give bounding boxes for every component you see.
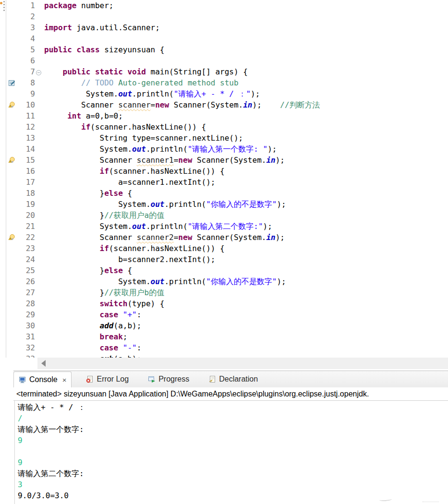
tab-declaration[interactable]: Declaration — [204, 371, 263, 387]
warning-bulb-icon[interactable] — [6, 99, 17, 110]
line-number: 1 — [17, 1, 35, 10]
gutter-spacer — [6, 353, 17, 358]
close-icon[interactable]: × — [62, 376, 67, 384]
tab-progress[interactable]: Progress — [143, 371, 194, 387]
code-line[interactable]: 14 System.out.println("请输入第一个数字: "); — [6, 144, 448, 155]
line-number: 4 — [17, 34, 35, 43]
code-line[interactable]: 23 if(scanner.hasNextLine()) { — [6, 243, 448, 254]
code-line[interactable]: 8 // TODO Auto-generated method stub — [6, 77, 448, 88]
line-number: 3 — [17, 23, 35, 32]
gutter-spacer — [6, 55, 17, 66]
console-output-area[interactable]: 请输入+ - * / ：/请输入第一个数字: 99请输入第二个数字: 39.0/… — [0, 401, 448, 504]
gutter-spacer — [6, 254, 17, 265]
line-number: 32 — [17, 343, 35, 352]
gutter-spacer — [6, 243, 17, 254]
code-line[interactable]: 28 switch(type) { — [6, 298, 448, 309]
gutter-spacer — [6, 298, 17, 309]
tab-label: Progress — [158, 375, 189, 384]
tab-console[interactable]: Console × — [13, 372, 72, 387]
code-line[interactable]: 7− public static void main(String[] args… — [6, 66, 448, 77]
line-number: 31 — [17, 332, 35, 341]
code-line[interactable]: 19 System.out.println("你输入的不是数字"); — [6, 199, 448, 210]
code-line[interactable]: 30 add(a,b); — [6, 320, 448, 331]
orange-dot — [0, 2, 2, 4]
gutter-spacer — [6, 144, 17, 155]
code-line[interactable]: 21 System.out.println("请输入第二个数字:"); — [6, 221, 448, 232]
code-line[interactable]: 22 Scanner scanner2=new Scanner(System.i… — [6, 232, 448, 243]
code-line[interactable]: 11 int a=0,b=0; — [6, 110, 448, 121]
code-line[interactable]: 17 a=scanner1.nextInt(); — [6, 177, 448, 188]
code-line[interactable]: 32 case "-": — [6, 342, 448, 353]
line-number: 25 — [17, 266, 35, 275]
line-number: 12 — [17, 122, 35, 132]
code-text: sub(a,b); — [42, 353, 141, 358]
java-editor[interactable]: 1package number;23import java.util.Scann… — [6, 0, 448, 358]
code-text: case "+": — [42, 309, 141, 320]
code-text: System.out.println("你输入的不是数字"); — [42, 276, 286, 287]
eclipse-window: 1package number;23import java.util.Scann… — [0, 0, 448, 504]
gutter-spacer — [6, 276, 17, 287]
code-text: Scanner scanner2=new Scanner(System.in); — [42, 232, 285, 243]
code-line[interactable]: 31 break; — [6, 331, 448, 342]
line-number: 5 — [17, 45, 35, 54]
code-line[interactable]: 4 — [6, 33, 448, 44]
code-line[interactable]: 29 case "+": — [6, 309, 448, 320]
tab-error-log[interactable]: Error Log — [81, 371, 133, 387]
line-number: 7 — [17, 67, 35, 76]
code-line[interactable]: 6 — [6, 55, 448, 66]
code-line[interactable]: 16 if(scanner.hasNextLine()) { — [6, 166, 448, 177]
code-text: if(scanner.hasNextLine()) { — [42, 243, 225, 254]
progress-icon — [148, 375, 156, 383]
code-line[interactable]: 15 Scanner scanner1=new Scanner(System.i… — [6, 155, 448, 166]
gutter-spacer — [6, 188, 17, 199]
code-line[interactable]: 9 System.out.println("请输入+ - * / ："); — [6, 88, 448, 99]
scroll-left-icon[interactable] — [41, 360, 46, 367]
code-text: System.out.println("请输入+ - * / ："); — [42, 88, 260, 99]
console-output-line: 请输入第二个数字: — [18, 468, 448, 479]
code-line[interactable]: 10 Scanner scanner=new Scanner(System.in… — [6, 99, 448, 110]
gutter-spacer — [6, 33, 17, 44]
console-output-line: 请输入第一个数字: — [18, 424, 448, 435]
console-icon — [19, 376, 26, 384]
code-line[interactable]: 26 System.out.println("你输入的不是数字"); — [6, 276, 448, 287]
gutter-spacer — [6, 342, 17, 353]
line-number: 21 — [17, 222, 35, 231]
line-number: 30 — [17, 321, 35, 330]
code-text: switch(type) { — [42, 298, 164, 309]
console-panel: Console × Error Log Prog — [0, 371, 448, 504]
code-text: }else { — [42, 188, 132, 199]
gutter-spacer — [6, 166, 17, 177]
line-number: 26 — [17, 277, 35, 286]
code-line[interactable]: 20 }//获取用户a的值 — [6, 210, 448, 221]
warning-bulb-icon[interactable] — [6, 232, 17, 243]
code-line[interactable]: 24 b=scanner2.nextInt(); — [6, 254, 448, 265]
code-text: System.out.println("你输入的不是数字"); — [42, 199, 286, 210]
line-number: 2 — [17, 12, 35, 21]
line-number: 9 — [17, 89, 35, 98]
horizontal-scrollbar[interactable] — [37, 358, 448, 369]
code-text: }//获取用户b的值 — [42, 287, 164, 298]
code-line[interactable]: 12 if(scanner.hasNextLine()) { — [6, 121, 448, 132]
code-line[interactable]: 5public class sizeyunsuan { — [6, 44, 448, 55]
code-text: break; — [42, 331, 127, 342]
gutter-spacer — [6, 210, 17, 221]
code-text: }//获取用户a的值 — [42, 210, 164, 221]
code-line[interactable]: 33 sub(a,b); — [6, 353, 448, 358]
code-line[interactable]: 3import java.util.Scanner; — [6, 22, 448, 33]
code-line[interactable]: 27 }//获取用户b的值 — [6, 287, 448, 298]
line-number: 16 — [17, 167, 35, 176]
code-text: case "-": — [42, 342, 141, 353]
code-line[interactable]: 25 }else { — [6, 265, 448, 276]
fold-collapse-icon[interactable]: − — [35, 68, 42, 76]
task-marker-icon[interactable] — [6, 77, 17, 88]
line-number: 14 — [17, 144, 35, 154]
code-line[interactable]: 18 }else { — [6, 188, 448, 199]
code-line[interactable]: 2 — [6, 11, 448, 22]
gutter-spacer — [6, 11, 17, 22]
line-number: 10 — [17, 100, 35, 109]
gutter-spacer — [6, 22, 17, 33]
code-text: public class sizeyunsuan { — [42, 44, 164, 55]
warning-bulb-icon[interactable] — [6, 155, 17, 166]
code-line[interactable]: 1package number; — [6, 0, 448, 11]
code-line[interactable]: 13 String type=scanner.nextLine(); — [6, 132, 448, 144]
